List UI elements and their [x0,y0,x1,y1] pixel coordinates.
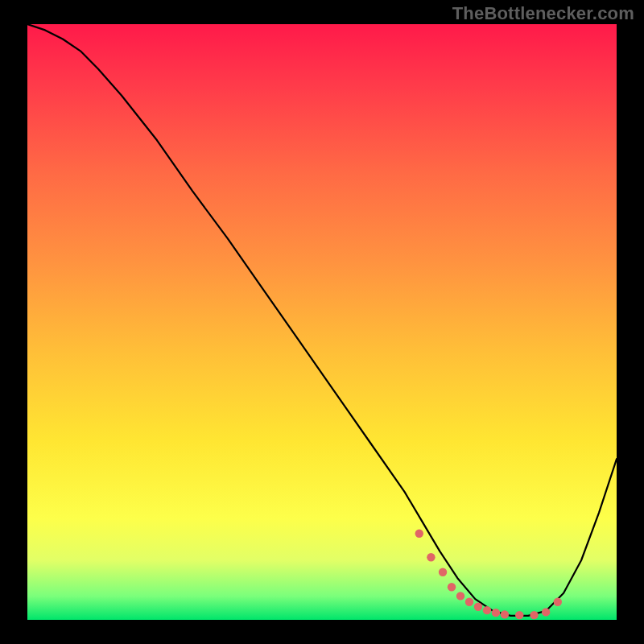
gradient-background [27,24,617,620]
dot [542,608,550,616]
chart-svg [27,24,617,620]
dot [554,598,562,606]
dot [515,611,523,619]
plot-area [27,24,617,620]
dot [501,610,509,618]
dot [439,568,447,576]
dot [448,583,456,591]
dot [415,530,423,538]
dot [474,603,482,611]
dot [530,611,538,619]
watermark-text: TheBottlenecker.com [452,3,634,24]
dot [456,592,464,600]
dot [465,598,473,606]
chart-container: TheBottlenecker.com [0,0,644,644]
dot [483,606,491,614]
dot [427,553,435,561]
dot [492,609,500,617]
